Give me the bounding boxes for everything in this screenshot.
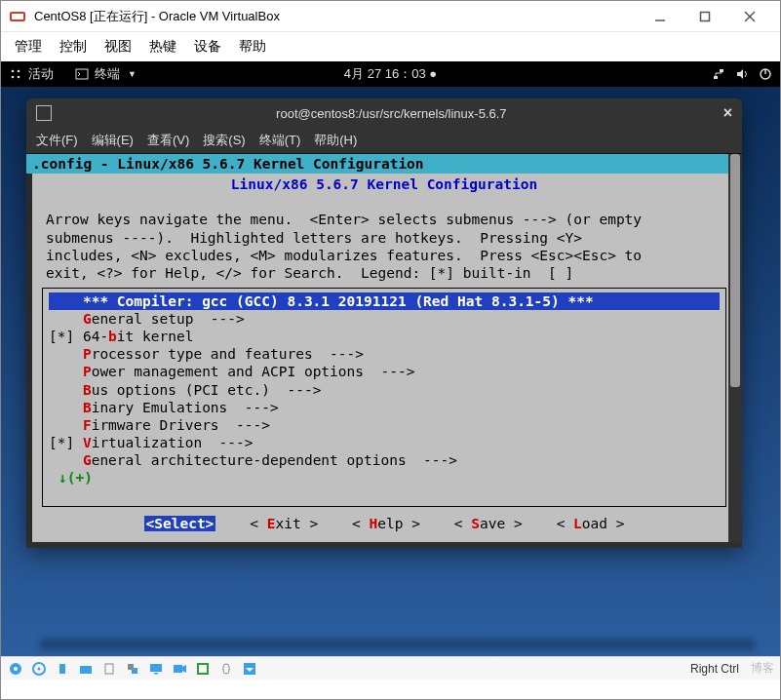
menu-item-processor[interactable]: Processor type and features --->	[49, 345, 720, 363]
btn-exit[interactable]: < Exit >	[250, 516, 318, 531]
menuconfig-buttons: <Select> < Exit > < Help > < Save > < Lo…	[32, 515, 736, 532]
host-key-label[interactable]: Right Ctrl	[690, 662, 739, 676]
menu-item-64bit-kernel[interactable]: [*] 64-bit kernel	[49, 328, 720, 345]
terminal-scrollbar[interactable]	[728, 154, 742, 542]
btn-save[interactable]: < Save >	[454, 516, 523, 531]
menu-item-general-setup[interactable]: General setup --->	[49, 310, 720, 328]
svg-rect-25	[150, 664, 162, 672]
menuconfig-panel: Linux/x86 5.6.7 Kernel Configuration Arr…	[32, 174, 736, 542]
cpu-icon[interactable]	[194, 660, 212, 678]
menu-item-bus[interactable]: Bus options (PCI etc.) --->	[49, 381, 720, 399]
svg-point-19	[38, 667, 41, 670]
svg-rect-1	[12, 14, 23, 19]
more-items-indicator: ↓(+)	[49, 469, 720, 486]
term-menu-search[interactable]: 搜索(S)	[203, 132, 245, 149]
volume-icon[interactable]	[735, 67, 749, 81]
svg-point-6	[12, 70, 15, 73]
menuconfig-help: Arrow keys navigate the menu. <Enter> se…	[32, 193, 736, 282]
svg-point-17	[14, 667, 18, 671]
menu-item-compiler[interactable]: *** Compiler: gcc (GCC) 8.3.1 20191121 (…	[49, 292, 720, 310]
shared-folder-icon[interactable]	[77, 660, 95, 678]
gnome-topbar: 活动 终端 ▼ 4月 27 16：03 ●	[1, 61, 780, 87]
btn-load[interactable]: < Load >	[557, 516, 625, 531]
power-icon[interactable]	[759, 67, 772, 81]
svg-rect-29	[198, 664, 208, 674]
maximize-button[interactable]	[683, 2, 727, 31]
menu-manage[interactable]: 管理	[15, 38, 42, 56]
svg-rect-11	[714, 76, 718, 79]
term-menu-file[interactable]: 文件(F)	[36, 132, 78, 149]
svg-rect-27	[174, 665, 182, 673]
svg-point-7	[18, 70, 20, 73]
activities-icon[interactable]	[9, 67, 22, 81]
terminal-titlebar[interactable]: root@centos8:/usr/src/kernels/linux-5.6.…	[26, 98, 742, 128]
svg-rect-21	[80, 666, 92, 674]
close-button[interactable]	[727, 2, 772, 31]
term-menu-terminal[interactable]: 终端(T)	[259, 132, 301, 149]
svg-rect-20	[59, 664, 65, 674]
terminal-app-icon[interactable]	[75, 67, 89, 81]
minimize-button[interactable]	[638, 2, 683, 31]
menu-item-firmware[interactable]: Firmware Drivers --->	[49, 416, 720, 434]
menuconfig-listbox[interactable]: *** Compiler: gcc (GCC) 8.3.1 20191121 (…	[42, 288, 726, 507]
btn-select[interactable]: <Select>	[144, 516, 216, 531]
network-icon[interactable]	[712, 67, 725, 81]
activities-label[interactable]: 活动	[28, 65, 54, 83]
menu-control[interactable]: 控制	[59, 38, 87, 56]
btn-help[interactable]: < Help >	[352, 516, 420, 531]
menu-item-binary-emu[interactable]: Binary Emulations --->	[49, 399, 720, 416]
keyboard-capture-icon[interactable]	[241, 660, 258, 678]
terminal-body[interactable]: .config - Linux/x86 5.6.7 Kernel Configu…	[26, 154, 742, 542]
current-app-label[interactable]: 终端	[95, 65, 120, 83]
virtualbox-icon	[9, 8, 26, 25]
menu-view[interactable]: 视图	[104, 38, 132, 56]
svg-rect-24	[132, 668, 137, 674]
menu-item-virtualization[interactable]: [*] Virtualization --->	[49, 434, 720, 451]
svg-rect-22	[105, 664, 113, 674]
menu-hotkeys[interactable]: 热键	[149, 38, 176, 56]
svg-point-8	[12, 76, 15, 79]
menu-item-gen-arch[interactable]: General architecture-dependent options -…	[49, 451, 720, 469]
display-icon[interactable]	[147, 660, 165, 678]
disk-icon[interactable]	[7, 660, 24, 678]
svg-rect-30	[223, 664, 229, 674]
vbox-menubar: 管理 控制 视图 热键 设备 帮助	[1, 32, 780, 61]
svg-rect-10	[76, 69, 88, 79]
record-icon[interactable]	[171, 660, 188, 678]
svg-marker-13	[737, 69, 743, 79]
svg-rect-3	[701, 12, 710, 20]
terminal-newtab-icon[interactable]	[36, 105, 52, 121]
mouse-capture-icon[interactable]	[217, 660, 235, 678]
terminal-title: root@centos8:/usr/src/kernels/linux-5.6.…	[59, 106, 723, 121]
svg-rect-12	[720, 69, 723, 72]
window-title: CentOS8 [正在运行] - Oracle VM VirtualBox	[34, 8, 638, 25]
config-header: .config - Linux/x86 5.6.7 Kernel Configu…	[26, 154, 742, 174]
svg-point-9	[18, 76, 20, 79]
term-menu-help[interactable]: 帮助(H)	[314, 132, 357, 149]
guest-desktop: 活动 终端 ▼ 4月 27 16：03 ● root@centos8:/usr/…	[1, 61, 780, 656]
vbox-titlebar[interactable]: CentOS8 [正在运行] - Oracle VM VirtualBox	[1, 1, 780, 32]
svg-marker-28	[182, 665, 186, 673]
terminal-menubar: 文件(F) 编辑(E) 查看(V) 搜索(S) 终端(T) 帮助(H)	[26, 128, 742, 154]
optical-icon[interactable]	[30, 660, 48, 678]
watermark: 博客	[751, 660, 774, 677]
term-menu-edit[interactable]: 编辑(E)	[92, 132, 134, 149]
term-menu-view[interactable]: 查看(V)	[147, 132, 189, 149]
terminal-close-icon[interactable]: ×	[723, 104, 732, 122]
usb-icon[interactable]	[54, 660, 71, 678]
clipboard-icon[interactable]	[100, 660, 118, 678]
vbox-statusbar: Right Ctrl 博客	[1, 656, 780, 680]
menu-devices[interactable]: 设备	[194, 38, 221, 56]
menu-item-power[interactable]: Power management and ACPI options --->	[49, 363, 720, 380]
menuconfig-title: Linux/x86 5.6.7 Kernel Configuration	[32, 175, 736, 193]
terminal-window: root@centos8:/usr/src/kernels/linux-5.6.…	[26, 98, 742, 548]
menu-help[interactable]: 帮助	[239, 38, 266, 56]
app-menu-caret[interactable]: ▼	[128, 69, 137, 79]
drag-drop-icon[interactable]	[124, 660, 141, 678]
svg-rect-26	[154, 673, 158, 675]
